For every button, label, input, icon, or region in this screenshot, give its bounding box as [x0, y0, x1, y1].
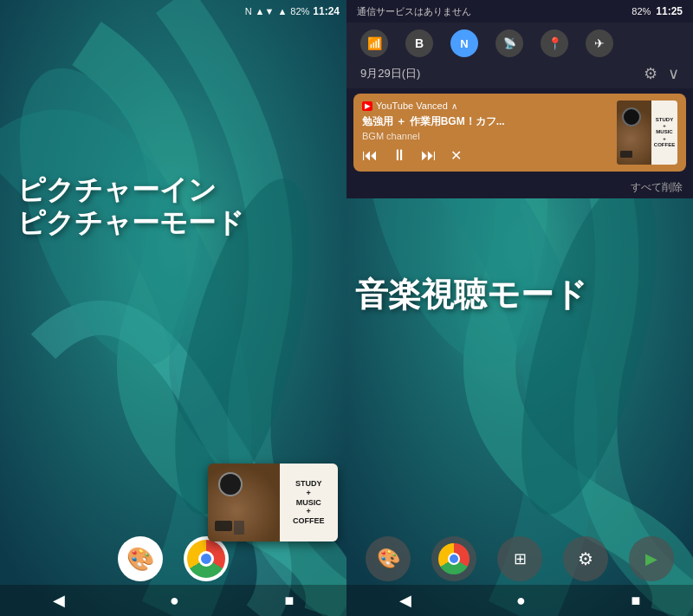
thumbnail-image-left [617, 101, 651, 165]
carrier-text: 通信サービスはありません [357, 5, 471, 18]
qs-date-row: 9月29日(日) ⚙ ∨ [360, 64, 679, 83]
delete-all-button[interactable]: すべて削除 [631, 180, 683, 195]
close-notification-button[interactable]: ✕ [450, 147, 462, 164]
media-channel: BGM channel [362, 131, 610, 141]
battery-left: 82% [290, 6, 309, 16]
thumbnail-coffee-cup [622, 107, 641, 126]
media-title: 勉強用 ＋ 作業用BGM！カフ... [362, 114, 610, 129]
nfc-icon: N [245, 6, 252, 16]
left-main-text: ピクチャーイン ピクチャーモード [17, 173, 244, 240]
settings-dock-icon: ⚙ [578, 548, 593, 569]
date-text: 9月29日(日) [360, 66, 420, 81]
signal-icon: ▲▼ [256, 6, 275, 16]
qs-icons-row: 📶 B N 📡 📍 ✈ [360, 29, 679, 57]
back-button-right[interactable]: ◀ [399, 591, 411, 610]
pip-video-right: STUDY+MUSIC+COFFEE [280, 464, 339, 541]
left-panel: N ▲▼ ▲ 82% 11:24 ピクチャーイン ピクチャーモード STUDY+… [0, 0, 346, 616]
photos-dock-right[interactable]: 🎨 [366, 536, 411, 581]
airplane-qs-icon[interactable]: ✈ [586, 29, 613, 57]
pip-thumbnail[interactable]: STUDY+MUSIC+COFFEE [208, 464, 338, 541]
media-controls: ⏮ ⏸ ⏭ ✕ [362, 146, 610, 165]
wifi-qs-icon[interactable]: 📶 [360, 29, 388, 57]
delete-all-row: すべて削除 [346, 177, 693, 198]
right-main-text: 音楽視聴モード [355, 277, 587, 314]
skip-forward-button[interactable]: ⏭ [421, 146, 437, 165]
left-statusbar: N ▲▼ ▲ 82% 11:24 [0, 0, 346, 23]
media-thumbnail: STUDY+MUSIC+COFFEE [617, 101, 677, 165]
thumbnail-text: STUDY+MUSIC+COFFEE [654, 117, 675, 148]
right-dock: 🎨 ⊞ ⚙ ▶ [346, 536, 693, 581]
chrome-app-icon[interactable] [184, 536, 229, 581]
data-qs-icon[interactable]: 📡 [495, 29, 523, 57]
pause-button[interactable]: ⏸ [392, 146, 407, 165]
bluetooth-qs-icon[interactable]: B [405, 29, 433, 57]
time-left: 11:24 [313, 5, 340, 17]
settings-icon[interactable]: ⚙ [644, 64, 657, 83]
media-info: ▶ YouTube Vanced ∧ 勉強用 ＋ 作業用BGM！カフ... BG… [362, 101, 610, 165]
apps-dock-right[interactable]: ⊞ [497, 536, 542, 581]
right-navbar: ◀ ● ■ [346, 585, 693, 616]
recent-button-left[interactable]: ■ [284, 592, 294, 610]
back-button-left[interactable]: ◀ [53, 591, 65, 610]
media-app-name: YouTube Vanced [376, 101, 448, 111]
photos-icon-right: 🎨 [377, 548, 400, 570]
apps-grid-icon: ⊞ [514, 549, 527, 568]
wifi-icon: ▲ [277, 6, 287, 16]
recent-button-right[interactable]: ■ [631, 592, 640, 610]
notification-shade: 通信サービスはありません 82% 11:25 📶 B N 📡 [346, 0, 693, 198]
pip-video-left [208, 464, 280, 541]
nfc-qs-icon[interactable]: N [450, 29, 478, 57]
left-dock: 🎨 [0, 536, 346, 581]
right-panel: 通信サービスはありません 82% 11:25 📶 B N 📡 [346, 0, 693, 616]
left-navbar: ◀ ● ■ [0, 585, 346, 616]
quick-settings: 📶 B N 📡 📍 ✈ 9月29日(日) [346, 23, 693, 88]
home-button-right[interactable]: ● [516, 592, 526, 610]
right-statusbar: 通信サービスはありません 82% 11:25 [346, 0, 693, 23]
photos-app-icon[interactable]: 🎨 [118, 536, 163, 581]
settings-dock-right[interactable]: ⚙ [563, 536, 608, 581]
battery-right: 82% [631, 6, 651, 16]
play-store-dock-right[interactable]: ▶ [629, 536, 674, 581]
thumbnail-text-area: STUDY+MUSIC+COFFEE [651, 101, 677, 165]
media-app-row: ▶ YouTube Vanced ∧ [362, 101, 610, 111]
pip-text: STUDY+MUSIC+COFFEE [293, 479, 325, 526]
chrome-dock-right[interactable] [431, 536, 476, 581]
left-text-line2: ピクチャーモード [17, 206, 244, 239]
media-expand-icon: ∧ [451, 101, 457, 111]
location-qs-icon[interactable]: 📍 [541, 29, 568, 57]
time-right: 11:25 [656, 5, 683, 17]
pip-coffee-cup [218, 472, 243, 496]
left-text-line1: ピクチャーイン [17, 173, 244, 206]
skip-back-button[interactable]: ⏮ [362, 146, 378, 165]
media-notification[interactable]: ▶ YouTube Vanced ∧ 勉強用 ＋ 作業用BGM！カフ... BG… [353, 94, 686, 172]
youtube-icon: ▶ [362, 101, 372, 111]
expand-icon[interactable]: ∨ [668, 64, 679, 83]
play-store-icon: ▶ [645, 549, 657, 568]
right-text: 音楽視聴モード [355, 277, 587, 314]
home-button-left[interactable]: ● [170, 592, 179, 610]
